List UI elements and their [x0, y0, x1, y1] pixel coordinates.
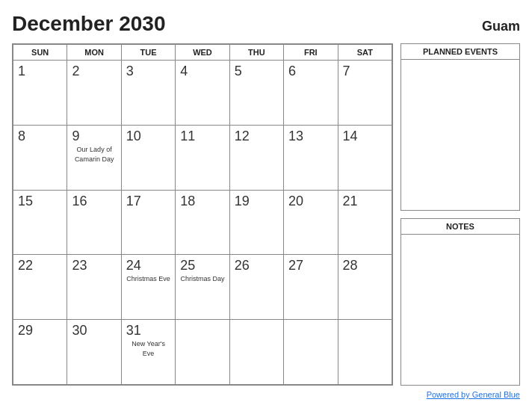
day-number: 10: [126, 129, 170, 144]
day-number: 18: [180, 194, 224, 209]
calendar-day-cell: 27: [284, 255, 338, 320]
calendar-day-cell: 31New Year'sEve: [121, 320, 175, 385]
calendar-week-row: 89Our Lady ofCamarin Day1011121314: [13, 125, 392, 190]
calendar-day-cell: 5: [229, 61, 283, 126]
calendar-section: SUN MON TUE WED THU FRI SAT 123456789Our…: [12, 43, 393, 386]
calendar-table: SUN MON TUE WED THU FRI SAT 123456789Our…: [13, 44, 392, 385]
weekday-header-row: SUN MON TUE WED THU FRI SAT: [13, 45, 392, 61]
day-number: 2: [72, 64, 116, 79]
day-number: 6: [288, 64, 332, 79]
header-tue: TUE: [121, 45, 175, 61]
day-number: 15: [18, 194, 62, 209]
notes-content: [401, 235, 519, 380]
calendar-day-cell: [338, 320, 392, 385]
calendar-day-cell: 24Christmas Eve: [121, 255, 175, 320]
day-number: 11: [180, 129, 224, 144]
calendar-week-row: 15161718192021: [13, 190, 392, 255]
event-text: New Year's: [126, 340, 170, 348]
day-number: 17: [126, 194, 170, 209]
day-number: 29: [18, 323, 62, 339]
event-text: Christmas Day: [180, 275, 224, 283]
day-number: 1: [18, 64, 62, 79]
location: Guam: [482, 19, 520, 34]
planned-events-box: PLANNED EVENTS: [400, 43, 520, 211]
day-number: 3: [126, 64, 170, 79]
calendar-day-cell: 26: [229, 255, 283, 320]
notes-header: NOTES: [401, 219, 519, 235]
calendar-day-cell: 20: [284, 190, 338, 255]
calendar-week-row: 293031New Year'sEve: [13, 320, 392, 385]
day-number: 25: [180, 258, 224, 274]
calendar-day-cell: 30: [67, 320, 121, 385]
calendar-day-cell: 7: [338, 61, 392, 126]
header-fri: FRI: [284, 45, 338, 61]
calendar-day-cell: 9Our Lady ofCamarin Day: [67, 125, 121, 190]
day-number: 24: [126, 258, 170, 274]
event-text: Eve: [126, 350, 170, 358]
day-number: 14: [343, 129, 387, 144]
calendar-day-cell: 28: [338, 255, 392, 320]
planned-events-header: PLANNED EVENTS: [401, 44, 519, 60]
day-number: 31: [126, 323, 170, 339]
header-sat: SAT: [338, 45, 392, 61]
calendar-day-cell: 8: [13, 125, 67, 190]
day-number: 30: [72, 323, 116, 339]
calendar-day-cell: 14: [338, 125, 392, 190]
calendar-day-cell: 21: [338, 190, 392, 255]
calendar-day-cell: 22: [13, 255, 67, 320]
content: SUN MON TUE WED THU FRI SAT 123456789Our…: [12, 43, 520, 386]
day-number: 22: [18, 258, 62, 274]
day-number: 23: [72, 258, 116, 274]
event-text: Camarin Day: [72, 155, 116, 164]
calendar-day-cell: 10: [121, 125, 175, 190]
day-number: 13: [288, 129, 332, 144]
calendar-day-cell: 13: [284, 125, 338, 190]
header-wed: WED: [176, 45, 229, 61]
notes-box: NOTES: [400, 218, 520, 386]
day-number: 5: [235, 64, 279, 79]
header-mon: MON: [67, 45, 121, 61]
calendar-day-cell: 18: [176, 190, 229, 255]
calendar-day-cell: 25Christmas Day: [176, 255, 229, 320]
calendar-day-cell: [229, 320, 283, 385]
calendar-day-cell: 17: [121, 190, 175, 255]
calendar-week-row: 1234567: [13, 61, 392, 126]
day-number: 7: [343, 64, 387, 79]
header-thu: THU: [229, 45, 283, 61]
day-number: 9: [72, 129, 116, 144]
day-number: 8: [18, 129, 62, 144]
calendar-day-cell: 4: [176, 61, 229, 126]
footer: Powered by General Blue: [12, 390, 520, 399]
calendar-day-cell: 19: [229, 190, 283, 255]
calendar-day-cell: [176, 320, 229, 385]
day-number: 21: [343, 194, 387, 209]
planned-events-content: [401, 60, 519, 205]
page: December 2030 Guam SUN MON TUE WED THU F…: [0, 0, 532, 411]
calendar-day-cell: 23: [67, 255, 121, 320]
day-number: 26: [235, 258, 279, 274]
day-number: 20: [288, 194, 332, 209]
calendar-day-cell: 3: [121, 61, 175, 126]
event-text: Our Lady of: [72, 146, 116, 154]
day-number: 12: [235, 129, 279, 144]
day-number: 27: [288, 258, 332, 274]
calendar-day-cell: 1: [13, 61, 67, 126]
calendar-day-cell: 11: [176, 125, 229, 190]
calendar-day-cell: 15: [13, 190, 67, 255]
calendar-day-cell: [284, 320, 338, 385]
calendar-day-cell: 29: [13, 320, 67, 385]
powered-by-link[interactable]: Powered by General Blue: [427, 390, 520, 399]
day-number: 4: [180, 64, 224, 79]
calendar-day-cell: 6: [284, 61, 338, 126]
calendar-day-cell: 16: [67, 190, 121, 255]
day-number: 16: [72, 194, 116, 209]
header-sun: SUN: [13, 45, 67, 61]
calendar-week-row: 222324Christmas Eve25Christmas Day262728: [13, 255, 392, 320]
day-number: 28: [343, 258, 387, 274]
calendar-day-cell: 12: [229, 125, 283, 190]
calendar-day-cell: 2: [67, 61, 121, 126]
month-title: December 2030: [12, 12, 165, 36]
header: December 2030 Guam: [12, 12, 520, 36]
day-number: 19: [235, 194, 279, 209]
event-text: Christmas Eve: [126, 275, 170, 283]
